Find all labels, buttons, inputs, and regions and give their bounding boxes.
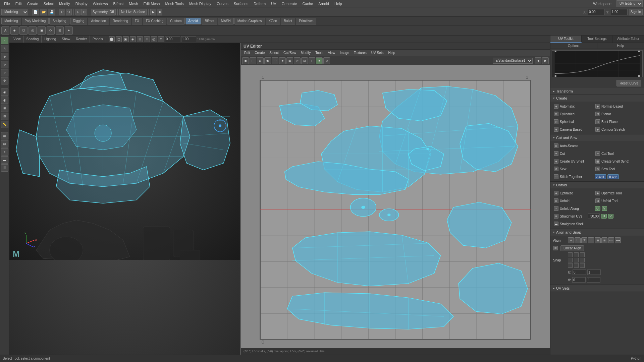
auto-seams-btn[interactable]: ⊞ Auto-Seams <box>553 143 641 148</box>
uv-menu-cutsew[interactable]: Cut/Sew <box>281 50 298 56</box>
cut-btn[interactable]: ✂ Cut <box>553 151 593 156</box>
create-header[interactable]: Create <box>550 95 644 102</box>
shelf-tab-xgen[interactable]: XGen <box>266 18 280 24</box>
menu-select[interactable]: Select <box>41 0 57 7</box>
uv-tool-8[interactable]: ◎ <box>294 57 301 64</box>
shelf-tab-fxcaching[interactable]: FX Caching <box>143 18 166 24</box>
menu-windows[interactable]: Windows <box>90 0 111 7</box>
align-distribute-v-btn[interactable]: ⟻ <box>615 237 621 243</box>
menu-create[interactable]: Create <box>24 0 41 7</box>
optimize-tool-btn[interactable]: ◈ Optimize Tool <box>595 190 641 196</box>
vp-tab-panels[interactable]: Panels <box>90 36 106 43</box>
uv-tool-10[interactable]: ◻ <box>309 57 315 64</box>
unfold-main-btn[interactable]: ⊞ Unfold <box>553 198 593 203</box>
uv-menu-tools[interactable]: Tools <box>313 50 325 56</box>
menu-curves[interactable]: Curves <box>214 0 231 7</box>
u-input-1[interactable] <box>587 269 601 275</box>
menu-deform[interactable]: Deform <box>251 0 268 7</box>
tab-attribute-editor[interactable]: Attribute Editor <box>613 36 644 43</box>
arnold-icon-5[interactable]: ▣ <box>38 26 46 35</box>
straighten-v-btn[interactable]: V <box>608 214 613 219</box>
best-plane-btn[interactable]: ◎ Best Plane <box>595 119 641 124</box>
shelf-tab-custom[interactable]: Custom <box>167 18 184 24</box>
uv-menu-select[interactable]: Select <box>267 50 281 56</box>
vp-icon-8[interactable]: ⊙ <box>158 36 164 42</box>
sew-btn[interactable]: ⊕ Sew <box>553 166 593 172</box>
menu-surfaces[interactable]: Surfaces <box>231 0 251 7</box>
align-snap-header[interactable]: Align and Snap <box>550 229 644 236</box>
menu-file[interactable]: File <box>1 0 13 7</box>
sculpt-btn[interactable]: ◐ <box>1 97 8 104</box>
uv-tool-6[interactable]: ◈ <box>279 57 286 64</box>
spherical-btn[interactable]: ◎ Spherical <box>553 119 593 124</box>
menu-edit-mesh[interactable]: Edit Mesh <box>141 0 163 7</box>
unfold-along-btn[interactable]: → Unfold Along <box>553 206 593 211</box>
uv-tool-1[interactable]: ▣ <box>242 57 249 64</box>
vp-tab-render[interactable]: Render <box>73 36 90 43</box>
snap-cb-4[interactable] <box>568 258 573 262</box>
straighten-u-btn[interactable]: U <box>601 214 607 219</box>
uv-tool-9[interactable]: ⊡ <box>301 57 308 64</box>
uv-menu-modify[interactable]: Modify <box>299 50 313 56</box>
create-uv-shell-btn[interactable]: ◈ Create UV Shell <box>553 159 593 164</box>
snap-cb-1[interactable] <box>568 252 573 257</box>
vp-icon-6[interactable]: ✦ <box>144 36 150 42</box>
mode-select[interactable]: Modeling <box>1 9 28 15</box>
shelf-tab-sculpting[interactable]: Sculpting <box>49 18 69 24</box>
tab-uv-toolkit[interactable]: UV Toolkit <box>550 36 582 43</box>
align-top-btn[interactable]: ⊥ <box>588 237 594 243</box>
vp-icon-5[interactable]: ⊞ <box>137 36 143 42</box>
uv-canvas-area[interactable]: 1 1 0 (5/18) UV shells, (0/0) overlappin… <box>241 65 550 355</box>
vp-tab-lighting[interactable]: Lighting <box>42 36 59 43</box>
vp-tab-view[interactable]: View <box>11 36 24 43</box>
material-select[interactable]: aiStandardSurface1 <box>493 58 533 64</box>
linear-align-btn[interactable]: Linear Align <box>560 245 584 251</box>
measure-btn[interactable]: 📏 <box>1 121 8 128</box>
vp-y-input[interactable] <box>181 36 196 42</box>
uv-menu-image[interactable]: Image <box>338 50 351 56</box>
uv-menu-create[interactable]: Create <box>253 50 267 56</box>
uv-tool-13[interactable]: ◀ <box>535 57 541 64</box>
grid-btn[interactable]: ⊞ <box>1 105 8 112</box>
unfold-header[interactable]: Unfold <box>550 182 644 188</box>
menu-bifrost[interactable]: Bifrost <box>110 0 126 7</box>
create-shell-grid-btn[interactable]: ▦ Create Shell (Grid) <box>595 159 641 164</box>
align-center-v-btn[interactable]: ⊞ <box>595 237 601 243</box>
symmetry-btn[interactable]: Symmetry: Off <box>91 9 116 15</box>
stop-btn[interactable]: ■ <box>157 9 162 15</box>
uv-menu-edit[interactable]: Edit <box>242 50 252 56</box>
shelf-tab-poly[interactable]: Poly Modeling <box>22 18 49 24</box>
reset-curve-btn[interactable]: Reset Curve <box>616 80 641 86</box>
menu-mesh-display[interactable]: Mesh Display <box>186 0 214 7</box>
sign-in-btn[interactable]: Sign In <box>629 9 643 15</box>
subtab-help[interactable]: Help <box>597 43 644 49</box>
shelf-tab-mash[interactable]: MASH <box>218 18 234 24</box>
uv-tool-14[interactable]: ▶ <box>542 57 549 64</box>
vp-icon-3[interactable]: ▣ <box>123 36 129 42</box>
play-btn[interactable]: ▶ <box>150 9 156 15</box>
vp-x-input[interactable] <box>165 36 180 42</box>
shelf-tab-motiongraphics[interactable]: Motion Graphics <box>234 18 265 24</box>
u-input-0[interactable] <box>573 269 586 275</box>
cut-sew-header[interactable]: Cut and Sew <box>550 134 644 141</box>
contour-stretch-btn[interactable]: ◈ Contour Stretch <box>595 127 641 132</box>
uv-tool-3[interactable]: ⊞ <box>257 57 264 64</box>
scale-tool-btn[interactable]: ⤢ <box>1 69 8 76</box>
display-btn-4[interactable]: ▬ <box>1 156 8 164</box>
straighten-value-input[interactable] <box>588 214 600 219</box>
align-right-btn[interactable]: ⊤ <box>581 237 587 243</box>
lasso-btn[interactable]: ⊙ <box>81 9 87 15</box>
undo-btn[interactable]: ↩ <box>59 9 65 15</box>
workspace-select[interactable]: UV Editing <box>616 0 643 7</box>
transform-header[interactable]: Transform <box>550 88 644 95</box>
menu-generate[interactable]: Generate <box>279 0 300 7</box>
snap-cb-3[interactable] <box>580 252 585 257</box>
snap-cb-8[interactable] <box>574 263 579 268</box>
align-distribute-h-btn[interactable]: ⟺ <box>608 237 614 243</box>
shelf-tab-arnold[interactable]: Arnold <box>185 18 201 24</box>
align-left-btn[interactable]: ⊣ <box>568 237 574 243</box>
paint-tool-btn[interactable]: ✎ <box>1 45 8 52</box>
align-bottom-btn[interactable]: ⊡ <box>601 237 607 243</box>
y-input[interactable] <box>611 9 628 15</box>
snap-cb-9[interactable] <box>580 263 585 268</box>
